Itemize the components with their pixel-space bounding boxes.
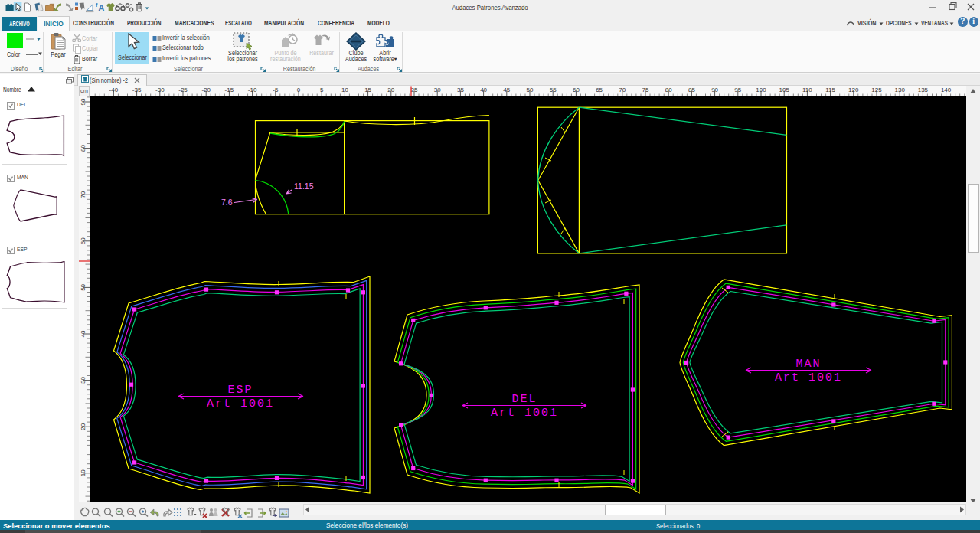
- svg-text:7.6: 7.6: [221, 198, 233, 207]
- svg-text:40: 40: [80, 330, 87, 337]
- svg-text:10: 10: [341, 87, 348, 93]
- svg-text:50: 50: [527, 87, 534, 93]
- svg-text:30: 30: [80, 377, 87, 384]
- svg-text:ESP: ESP: [227, 384, 253, 397]
- svg-text:110: 110: [802, 87, 812, 93]
- svg-text:-20: -20: [201, 87, 211, 93]
- svg-text:35: 35: [457, 87, 464, 93]
- svg-text:135: 135: [918, 87, 929, 93]
- svg-text:Art 1001: Art 1001: [207, 397, 274, 410]
- svg-text:0: 0: [297, 87, 301, 93]
- svg-text:100: 100: [756, 87, 766, 93]
- svg-text:90: 90: [711, 87, 718, 93]
- svg-text:15: 15: [364, 87, 371, 93]
- svg-text:125: 125: [871, 87, 882, 93]
- svg-text:70: 70: [619, 87, 626, 93]
- svg-text:45: 45: [503, 87, 510, 93]
- svg-text:-35: -35: [132, 87, 142, 93]
- svg-text:65: 65: [596, 87, 603, 93]
- svg-text:60: 60: [80, 237, 87, 244]
- svg-text:5: 5: [320, 87, 324, 93]
- svg-text:130: 130: [895, 87, 906, 93]
- svg-text:11.15: 11.15: [294, 181, 314, 191]
- svg-text:55: 55: [550, 87, 557, 93]
- svg-text:-10: -10: [248, 87, 257, 93]
- svg-text:-25: -25: [178, 87, 188, 93]
- svg-text:70: 70: [80, 191, 87, 198]
- svg-text:140: 140: [941, 87, 952, 93]
- svg-text:60: 60: [573, 87, 580, 93]
- svg-text:40: 40: [480, 87, 487, 93]
- svg-text:Art 1001: Art 1001: [491, 407, 558, 420]
- svg-text:105: 105: [779, 87, 790, 93]
- svg-text:115: 115: [825, 87, 835, 93]
- svg-text:120: 120: [848, 87, 859, 93]
- svg-text:-15: -15: [225, 87, 234, 93]
- svg-text:25: 25: [411, 87, 418, 93]
- svg-text:10: 10: [80, 469, 87, 476]
- svg-text:20: 20: [80, 423, 87, 430]
- svg-text:A: A: [98, 3, 105, 14]
- svg-text:75: 75: [642, 87, 649, 93]
- svg-text:50: 50: [80, 283, 87, 290]
- svg-text:30: 30: [434, 87, 441, 93]
- svg-text:-40: -40: [109, 87, 119, 93]
- svg-text:MAN: MAN: [795, 358, 821, 371]
- svg-text:80: 80: [80, 145, 87, 152]
- svg-text:20: 20: [387, 87, 394, 93]
- svg-text:-5: -5: [273, 87, 279, 93]
- svg-text:95: 95: [734, 87, 741, 93]
- svg-text:-30: -30: [155, 87, 165, 93]
- svg-text:80: 80: [665, 87, 672, 93]
- svg-text:85: 85: [688, 87, 695, 93]
- svg-text:Art 1001: Art 1001: [775, 371, 842, 384]
- svg-text:90: 90: [80, 98, 87, 105]
- svg-text:DEL: DEL: [511, 393, 537, 406]
